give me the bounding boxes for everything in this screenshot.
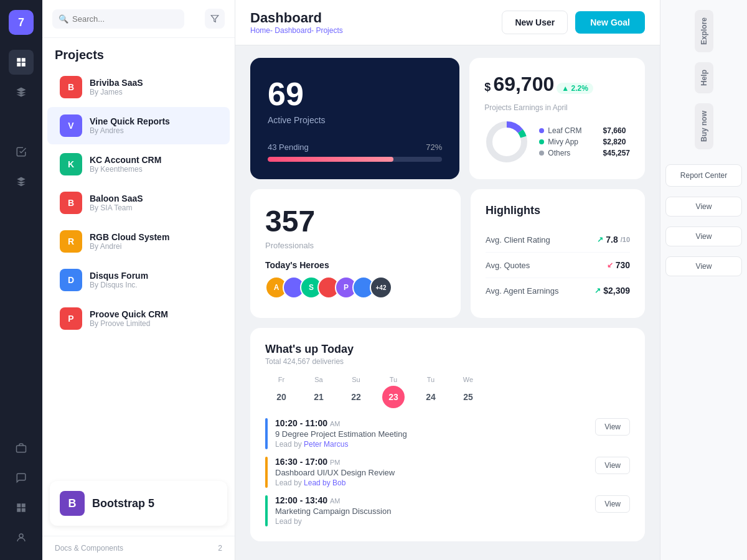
highlight-label-rating: Avg. Client Rating (486, 235, 550, 245)
project-item-0[interactable]: B Briviba SaaS By James (47, 68, 230, 106)
day-name-3: Tu (390, 376, 397, 383)
earnings-number: 69,700 (493, 73, 554, 96)
project-item-3[interactable]: B Baloon SaaS By SIA Team (47, 184, 230, 222)
bootstrap-banner[interactable]: B Bootstrap 5 (50, 481, 227, 526)
event-time-0: 10:20 - 11:00 AM (275, 418, 407, 428)
day-item-0[interactable]: Fr 20 (265, 376, 298, 408)
day-item-4[interactable]: Tu 24 (415, 376, 447, 408)
project-info-3: Baloon SaaS By SIA Team (90, 194, 143, 212)
project-item-4[interactable]: R RGB Cloud System By Andrei (47, 223, 230, 260)
earnings-chart-row: Leaf CRM Mivy App Others $7,660 (484, 119, 630, 164)
heroes-section: Today's Heroes A S P +42 (265, 260, 446, 299)
event-view-button-1[interactable]: View (595, 457, 630, 474)
sidebar-icon-stack[interactable] (9, 169, 34, 194)
event-view-button-0[interactable]: View (595, 418, 630, 436)
page-title-area: Dashboard Home- Dashboard- Projects (250, 10, 343, 35)
sidebar-icon-briefcase[interactable] (9, 436, 34, 460)
highlight-value-quotes: ↙ 730 (607, 260, 630, 270)
arrow-up-earnings: ↗ (594, 286, 601, 295)
day-item-1[interactable]: Sa 21 (303, 376, 335, 408)
legend-dot-mivy (539, 139, 544, 144)
project-name-2: KC Account CRM (90, 155, 161, 165)
legend-item-others: Others (539, 149, 581, 157)
card-calendar: What's up Today Total 424,567 deliveries… (250, 328, 645, 541)
day-num-4: 24 (420, 386, 442, 408)
project-item-2[interactable]: K KC Account CRM By Keenthemes (47, 146, 230, 183)
tab-explore[interactable]: Explore (695, 10, 713, 52)
amount-leaf: $7,660 (603, 126, 630, 135)
event-content-1: 16:30 - 17:00 PM Dashboard UI/UX Design … (275, 457, 395, 487)
tab-buy[interactable]: Buy now (695, 103, 713, 149)
project-item-1[interactable]: V Vine Quick Reports By Andres (47, 107, 230, 144)
top-bar-actions: New User New Goal (502, 11, 645, 34)
sidebar-icon-layers[interactable] (9, 80, 34, 105)
day-num-2: 22 (345, 386, 367, 408)
view-button-3[interactable]: View (665, 256, 742, 276)
view-button-1[interactable]: View (665, 197, 742, 217)
search-input[interactable] (52, 9, 184, 29)
card-highlights: Highlights Avg. Client Rating ↗ 7.8 /10 … (471, 189, 645, 318)
new-goal-button[interactable]: New Goal (575, 11, 645, 34)
event-bar-1 (265, 457, 268, 488)
active-projects-label: Active Projects (268, 115, 442, 125)
event-item-1: 16:30 - 17:00 PM Dashboard UI/UX Design … (265, 457, 630, 488)
breadcrumb-home[interactable]: Home- (250, 26, 273, 35)
project-info-1: Vine Quick Reports By Andres (90, 116, 170, 135)
view-button-2[interactable]: View (665, 226, 742, 246)
rating-value: 7.8 (606, 235, 618, 245)
sidebar-icon-user[interactable] (9, 525, 34, 550)
event-content-0: 10:20 - 11:00 AM 9 Degree Project Estima… (275, 418, 407, 449)
project-logo-1: V (60, 114, 82, 137)
highlight-row-quotes: Avg. Quotes ↙ 730 (486, 253, 630, 278)
event-time-2: 12:00 - 13:40 AM (275, 495, 391, 505)
project-info-6: Proove Quick CRM By Proove Limited (90, 309, 168, 328)
event-item-0: 10:20 - 11:00 AM 9 Degree Project Estima… (265, 418, 630, 449)
new-user-button[interactable]: New User (502, 11, 568, 34)
arrow-down-quotes: ↙ (607, 261, 613, 269)
event-content-2: 12:00 - 13:40 AM Marketing Campaign Disc… (275, 495, 391, 526)
svg-rect-0 (17, 446, 26, 452)
project-item-5[interactable]: D Disqus Forum By Disqus Inc. (47, 261, 230, 299)
project-name-5: Disqus Forum (90, 271, 148, 281)
card-active-projects: 69 Active Projects 43 Pending 72% (250, 58, 459, 179)
earnings-agent-value: $2,309 (603, 286, 630, 296)
event-view-button-2[interactable]: View (595, 495, 630, 513)
project-item-6[interactable]: P Proove Quick CRM By Proove Limited (47, 300, 230, 337)
day-name-2: Su (352, 376, 360, 383)
footer-docs[interactable]: Docs & Components (55, 544, 123, 553)
calendar-title: What's up Today (265, 343, 630, 356)
day-name-1: Sa (314, 376, 322, 383)
filter-button[interactable] (205, 9, 225, 29)
day-item-3[interactable]: Tu 23 (377, 376, 410, 408)
bootstrap-name: Bootstrap 5 (92, 497, 154, 510)
breadcrumb-dashboard[interactable]: Dashboard- (275, 26, 314, 35)
dollar-sign: $ (484, 81, 491, 94)
chart-legend: Leaf CRM Mivy App Others (539, 126, 581, 157)
cards-row-1: 69 Active Projects 43 Pending 72% $ (250, 58, 645, 179)
sidebar-icon-message[interactable] (9, 465, 34, 490)
day-name-0: Fr (278, 376, 284, 383)
tab-help[interactable]: Help (695, 62, 713, 93)
sidebar-icon-check[interactable] (9, 139, 34, 164)
day-name-5: We (463, 376, 473, 383)
sidebar-left: 7 (0, 0, 42, 560)
project-logo-2: K (60, 153, 82, 175)
sidebar-icon-grid2[interactable] (9, 495, 34, 520)
avatar-more[interactable]: +42 (370, 276, 392, 299)
breadcrumb: Home- Dashboard- Projects (250, 26, 343, 35)
event-lead-link-0[interactable]: Peter Marcus (304, 440, 348, 449)
legend-item-leaf: Leaf CRM (539, 126, 581, 135)
event-name-0: 9 Degree Project Estimation Meeting (275, 429, 407, 439)
projects-title: Projects (42, 38, 235, 67)
search-wrapper: 🔍 (52, 9, 200, 29)
project-by-5: By Disqus Inc. (90, 281, 148, 289)
user-avatar[interactable]: 7 (9, 10, 34, 35)
donut-chart (484, 119, 529, 164)
sidebar-icon-chart[interactable] (9, 110, 34, 134)
day-item-2[interactable]: Su 22 (340, 376, 372, 408)
event-lead-link-1[interactable]: Lead by Bob (304, 478, 345, 487)
progress-bar (268, 157, 442, 162)
day-item-5[interactable]: We 25 (452, 376, 484, 408)
report-center-button[interactable]: Report Center (665, 164, 742, 187)
sidebar-icon-grid[interactable] (9, 50, 34, 75)
